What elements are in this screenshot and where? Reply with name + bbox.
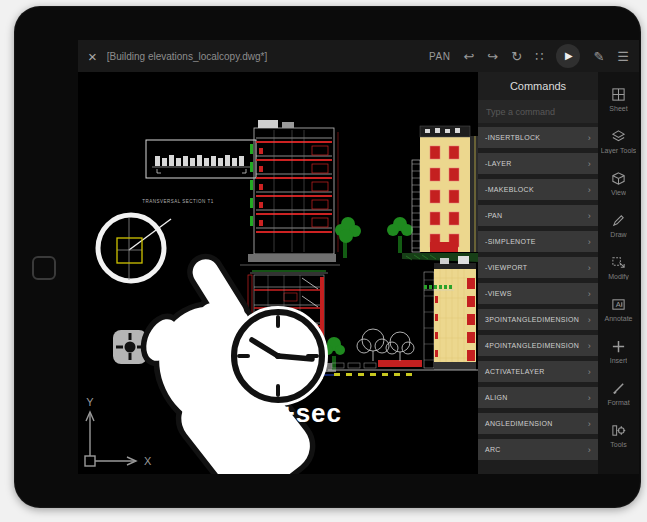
sidebar-item-layer-tools[interactable]: Layer Tools — [598, 120, 639, 162]
sidebar-item-format[interactable]: Format — [598, 372, 639, 414]
chevron-right-icon: › — [588, 289, 591, 299]
play-icon: ▶ — [565, 51, 573, 61]
sidebar-item-tools[interactable]: Tools — [598, 414, 639, 456]
command-item[interactable]: -VIEWS› — [478, 283, 598, 304]
toolbar-right-group: PAN ↩ ↪ ↻ ∷ ▶ ✎ ☰ — [429, 44, 629, 68]
sidebar-item-modify[interactable]: Modify — [598, 246, 639, 288]
play-button[interactable]: ▶ — [556, 44, 580, 68]
commands-panel: Commands -INSERTBLOCK› -LAYER› -MAKEBLOC… — [478, 72, 598, 474]
plus-icon — [611, 339, 626, 354]
sidebar-item-label: Draw — [610, 231, 626, 238]
document-title: [Building elevations_localcopy.dwg*] — [107, 51, 419, 62]
chevron-right-icon: › — [588, 263, 591, 273]
command-input[interactable] — [478, 100, 598, 123]
building-b-elevation — [402, 126, 479, 262]
annotate-icon: A — [611, 297, 626, 312]
menu-icon[interactable]: ☰ — [617, 50, 629, 63]
building-d-elevation — [328, 256, 479, 376]
sidebar-item-sheet[interactable]: Sheet — [598, 78, 639, 120]
magnifier-overlay — [98, 215, 171, 281]
pencil-icon — [611, 213, 626, 228]
command-item[interactable]: -INSERTBLOCK› — [478, 127, 598, 148]
refresh-icon[interactable]: ↻ — [511, 50, 522, 63]
command-label: -INSERTBLOCK — [485, 134, 540, 141]
format-icon — [611, 381, 626, 396]
command-item[interactable]: ACTIVATELAYER› — [478, 361, 598, 382]
command-label: ARC — [485, 446, 501, 453]
sidebar-item-label: Modify — [608, 273, 629, 280]
command-list: -INSERTBLOCK› -LAYER› -MAKEBLOCK› -PAN› … — [478, 127, 598, 460]
top-toolbar: × [Building elevations_localcopy.dwg*] P… — [78, 40, 639, 72]
drawing-section-label: TRANSVERSAL SECTION T1 — [142, 199, 214, 204]
outline-trees — [357, 329, 414, 361]
command-item[interactable]: ARC› — [478, 439, 598, 460]
sidebar-item-label: Annotate — [604, 315, 632, 322]
chevron-right-icon: › — [588, 367, 591, 377]
sidebar-item-label: Insert — [610, 357, 628, 364]
command-item[interactable]: -SIMPLENOTE› — [478, 231, 598, 252]
command-label: 4POINTANGLEDIMENSION — [485, 342, 579, 349]
chevron-right-icon: › — [588, 315, 591, 325]
sidebar-item-view[interactable]: View — [598, 162, 639, 204]
command-label: -MAKEBLOCK — [485, 186, 534, 193]
command-item[interactable]: ALIGN› — [478, 387, 598, 408]
edit-pencil-icon[interactable]: ✎ — [593, 50, 604, 63]
command-label: ACTIVATELAYER — [485, 368, 545, 375]
sheet-icon — [611, 87, 626, 102]
command-label: -SIMPLENOTE — [485, 238, 536, 245]
chevron-right-icon: › — [588, 159, 591, 169]
redo-icon[interactable]: ↪ — [487, 50, 498, 63]
chevron-right-icon: › — [588, 393, 591, 403]
command-item[interactable]: -MAKEBLOCK› — [478, 179, 598, 200]
undo-icon[interactable]: ↩ — [463, 50, 474, 63]
command-label: -VIEWPORT — [485, 264, 527, 271]
axis-y-label: Y — [86, 396, 94, 408]
tree — [387, 217, 413, 253]
tablet-home-button — [32, 256, 56, 280]
command-item[interactable]: 3POINTANGLEDIMENSION› — [478, 309, 598, 330]
long-press-duration-label: 1+sec — [264, 398, 342, 429]
sidebar-item-label: Layer Tools — [601, 147, 637, 154]
close-icon[interactable]: × — [88, 49, 97, 64]
commands-panel-title: Commands — [478, 72, 598, 100]
chevron-right-icon: › — [588, 211, 591, 221]
modify-icon — [611, 255, 626, 270]
chevron-right-icon: › — [588, 341, 591, 351]
page: × [Building elevations_localcopy.dwg*] P… — [0, 0, 647, 522]
chevron-right-icon: › — [588, 133, 591, 143]
sidebar-item-draw[interactable]: Draw — [598, 204, 639, 246]
command-label: -PAN — [485, 212, 502, 219]
command-item[interactable]: -PAN› — [478, 205, 598, 226]
tablet-frame: × [Building elevations_localcopy.dwg*] P… — [14, 6, 641, 508]
chevron-right-icon: › — [588, 419, 591, 429]
sidebar-item-annotate[interactable]: A Annotate — [598, 288, 639, 330]
app-screen: × [Building elevations_localcopy.dwg*] P… — [78, 40, 639, 474]
command-label: 3POINTANGLEDIMENSION — [485, 316, 579, 323]
svg-text:A: A — [616, 300, 621, 309]
axis-x-label: X — [144, 455, 152, 467]
tree — [335, 217, 361, 258]
sidebar-item-label: View — [611, 189, 626, 196]
command-label: -VIEWS — [485, 290, 512, 297]
sidebar-item-insert[interactable]: Insert — [598, 330, 639, 372]
sidebar-item-label: Format — [607, 399, 629, 406]
command-label: -LAYER — [485, 160, 512, 167]
chevron-right-icon: › — [588, 237, 591, 247]
tool-sidebar: Sheet Layer Tools View Draw Modify — [598, 72, 639, 474]
command-label: ALIGN — [485, 394, 508, 401]
command-item[interactable]: -VIEWPORT› — [478, 257, 598, 278]
ucs-axis-indicator: Y X — [85, 396, 152, 467]
chevron-right-icon: › — [588, 445, 591, 455]
layers-icon — [611, 129, 626, 144]
command-item[interactable]: -LAYER› — [478, 153, 598, 174]
view-cube-icon — [611, 171, 626, 186]
chevron-right-icon: › — [588, 185, 591, 195]
command-item[interactable]: 4POINTANGLEDIMENSION› — [478, 335, 598, 356]
sidebar-item-label: Tools — [610, 441, 626, 448]
mode-label: PAN — [429, 51, 450, 62]
command-item[interactable]: ANGLEDIMENSION› — [478, 413, 598, 434]
building-a-section — [240, 120, 340, 265]
tools-icon — [611, 423, 626, 438]
sidebar-item-label: Sheet — [609, 105, 627, 112]
viewports-icon[interactable]: ∷ — [535, 50, 543, 63]
